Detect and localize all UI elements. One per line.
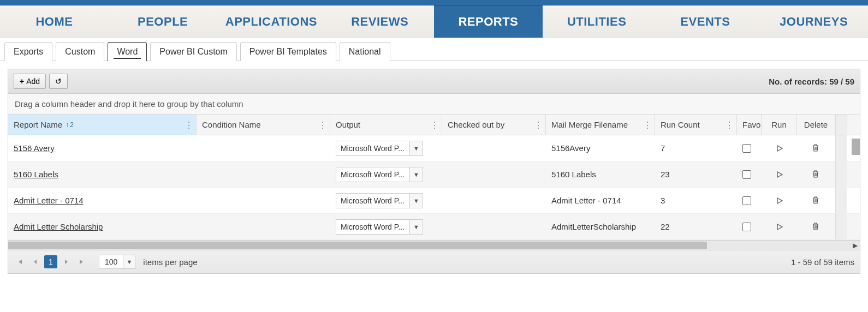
output-select[interactable]: Microsoft Word P... ▼ (336, 219, 423, 235)
delete-button[interactable] (812, 143, 821, 153)
tab-power-bi-custom[interactable]: Power BI Custom (150, 42, 236, 61)
toolbar: + Add ↺ No. of records: 59 / 59 (8, 69, 860, 94)
col-header-checked-out-by[interactable]: Checked out by ⋮ (442, 115, 546, 135)
cell-favorite (737, 188, 762, 213)
col-label: Checked out by (448, 120, 504, 129)
cell-run (762, 214, 797, 239)
tab-power-bi-templates[interactable]: Power BI Templates (240, 42, 336, 61)
run-button[interactable] (775, 223, 784, 231)
nav-reviews[interactable]: REVIEWS (325, 5, 434, 38)
vertical-scrollbar-thumb[interactable] (852, 139, 860, 155)
col-header-output[interactable]: Output ⋮ (330, 115, 442, 135)
cell-delete (797, 161, 835, 187)
pager: 1 100 ▼ items per page 1 - 59 of 59 item… (8, 250, 860, 273)
grid-header: Report Name ↑ 2 ⋮ Condition Name ⋮ Outpu… (8, 115, 860, 135)
output-select[interactable]: Microsoft Word P... ▼ (336, 141, 423, 156)
col-label: Delete (804, 120, 828, 129)
cell-checked-out-by (442, 214, 546, 239)
output-select[interactable]: Microsoft Word P... ▼ (336, 193, 423, 208)
trash-icon (812, 143, 819, 152)
play-icon (776, 223, 783, 231)
delete-button[interactable] (812, 196, 821, 206)
cell-favorite (737, 214, 762, 239)
sort-arrow-up-icon: ↑ (66, 121, 69, 129)
output-select-value: Microsoft Word P... (336, 196, 409, 205)
nav-home[interactable]: HOME (0, 5, 109, 38)
play-icon (776, 171, 783, 178)
run-button[interactable] (775, 170, 784, 179)
cell-run (762, 135, 797, 161)
scroll-gutter-cell (835, 214, 847, 239)
trash-icon (812, 196, 819, 205)
grid: Report Name ↑ 2 ⋮ Condition Name ⋮ Outpu… (8, 115, 860, 250)
pager-first-button[interactable] (14, 256, 26, 268)
nav-reports[interactable]: REPORTS (434, 5, 543, 38)
favorite-checkbox[interactable] (742, 223, 751, 231)
horizontal-scrollbar-thumb[interactable] (8, 242, 707, 249)
output-select-value: Microsoft Word P... (336, 170, 409, 179)
column-menu-icon[interactable]: ⋮ (318, 119, 326, 130)
nav-utilities[interactable]: UTILITIES (543, 5, 651, 38)
nav-journeys[interactable]: JOURNEYS (759, 5, 868, 38)
page-size-value: 100 (99, 257, 123, 266)
output-select-value: Microsoft Word P... (336, 223, 409, 231)
tab-national[interactable]: National (340, 42, 390, 61)
col-label: Mail Merge Filename (551, 120, 628, 129)
cell-checked-out-by (442, 135, 546, 161)
scroll-gutter-cell (835, 188, 847, 213)
cell-mail-merge-filename: Admit Letter - 0714 (546, 188, 655, 213)
nav-events[interactable]: EVENTS (651, 5, 760, 38)
run-button[interactable] (775, 144, 784, 153)
column-menu-icon[interactable]: ⋮ (430, 119, 438, 130)
col-header-mail-merge-filename[interactable]: Mail Merge Filename ⋮ (546, 115, 655, 135)
cell-favorite (737, 161, 762, 187)
report-name-link[interactable]: Admit Letter - 0714 (14, 196, 84, 205)
delete-button[interactable] (812, 170, 821, 179)
report-name-link[interactable]: 5156 Avery (14, 143, 55, 153)
col-header-run[interactable]: Run (762, 115, 797, 135)
refresh-icon: ↺ (55, 77, 62, 86)
tab-exports[interactable]: Exports (4, 42, 52, 61)
pager-next-button[interactable] (61, 256, 73, 268)
pager-last-button[interactable] (76, 256, 88, 268)
col-header-report-name[interactable]: Report Name ↑ 2 ⋮ (8, 115, 197, 135)
chevron-down-icon: ▼ (123, 255, 135, 268)
column-menu-icon[interactable]: ⋮ (725, 119, 733, 130)
nav-people[interactable]: PEOPLE (109, 5, 217, 38)
col-header-delete[interactable]: Delete (797, 115, 835, 135)
column-menu-icon[interactable]: ⋮ (643, 119, 651, 130)
horizontal-scrollbar[interactable]: ▶ (8, 240, 860, 250)
column-menu-icon[interactable]: ⋮ (185, 119, 193, 130)
nav-applications[interactable]: APPLICATIONS (217, 5, 326, 38)
table-row: 5160 Labels Microsoft Word P... ▼ 5160 L… (8, 161, 860, 188)
cell-run-count: 3 (655, 188, 737, 213)
favorite-checkbox[interactable] (742, 196, 751, 205)
tab-custom[interactable]: Custom (56, 42, 104, 61)
group-by-hint[interactable]: Drag a column header and drop it here to… (8, 94, 860, 115)
pager-first-icon (16, 259, 23, 265)
cell-output: Microsoft Word P... ▼ (330, 161, 442, 187)
col-header-condition-name[interactable]: Condition Name ⋮ (197, 115, 330, 135)
content-panel: + Add ↺ No. of records: 59 / 59 Drag a c… (8, 69, 860, 274)
tab-word[interactable]: Word (108, 42, 147, 61)
page-size-select[interactable]: 100 ▼ (99, 255, 135, 269)
sub-tabs: Exports Custom Word Power BI Custom Powe… (0, 38, 868, 61)
add-button[interactable]: + Add (14, 74, 46, 89)
cell-output: Microsoft Word P... ▼ (330, 214, 442, 239)
column-menu-icon[interactable]: ⋮ (534, 119, 542, 130)
pager-prev-button[interactable] (29, 256, 41, 268)
cell-run (762, 188, 797, 213)
delete-button[interactable] (812, 222, 821, 232)
pager-current-page[interactable]: 1 (44, 255, 57, 268)
col-header-favorite[interactable]: Favo (737, 115, 762, 135)
report-name-link[interactable]: Admit Letter Scholarship (14, 222, 103, 231)
scroll-right-arrow-icon[interactable]: ▶ (853, 241, 858, 250)
cell-report-name: Admit Letter Scholarship (8, 214, 197, 239)
report-name-link[interactable]: 5160 Labels (14, 170, 58, 179)
refresh-button[interactable]: ↺ (49, 74, 68, 89)
output-select[interactable]: Microsoft Word P... ▼ (336, 167, 423, 182)
favorite-checkbox[interactable] (742, 144, 751, 153)
run-button[interactable] (775, 196, 784, 205)
favorite-checkbox[interactable] (742, 170, 751, 179)
col-header-run-count[interactable]: Run Count ⋮ (655, 115, 737, 135)
